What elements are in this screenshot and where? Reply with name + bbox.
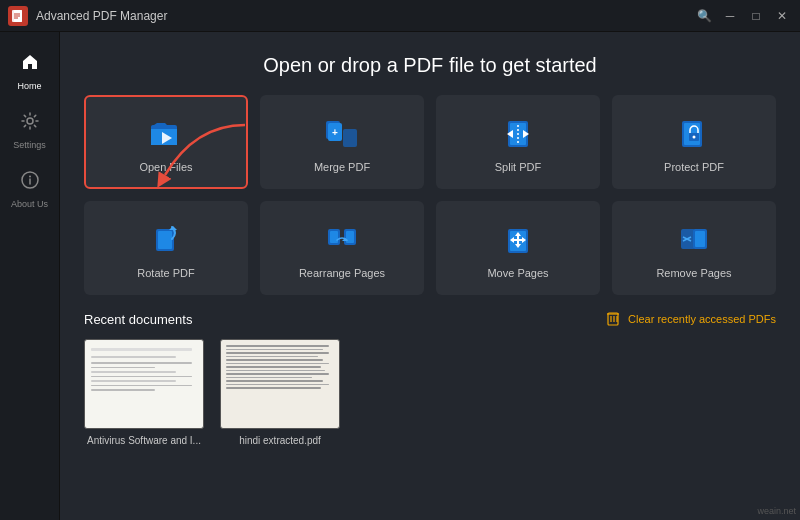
split-pdf-label: Split PDF	[495, 161, 541, 173]
doc1-thumbnail	[84, 339, 204, 429]
sidebar-about-label: About Us	[11, 199, 48, 209]
merge-pdf-label: Merge PDF	[314, 161, 370, 173]
settings-icon	[20, 111, 40, 136]
rotate-pdf-label: Rotate PDF	[137, 267, 194, 279]
clear-icon	[606, 311, 622, 327]
svg-text:+: +	[332, 127, 338, 138]
watermark: weain.net	[757, 506, 796, 516]
merge-pdf-card[interactable]: + Merge PDF	[260, 95, 424, 189]
sidebar-item-home[interactable]: Home	[0, 42, 59, 101]
home-icon	[20, 52, 40, 77]
close-button[interactable]: ✕	[772, 6, 792, 26]
svg-point-8	[29, 176, 31, 178]
doc2-thumbnail	[220, 339, 340, 429]
info-icon	[20, 170, 40, 195]
title-bar: Advanced PDF Manager 🔍 ─ □ ✕	[0, 0, 800, 32]
app-icon	[8, 6, 28, 26]
split-pdf-card[interactable]: Split PDF	[436, 95, 600, 189]
move-pages-icon	[499, 221, 537, 259]
rearrange-pages-card[interactable]: Rearrange Pages	[260, 201, 424, 295]
app-body: Home Settings About Us	[0, 32, 800, 520]
protect-pdf-icon	[675, 115, 713, 153]
svg-rect-41	[695, 231, 705, 247]
minimize-button[interactable]: ─	[720, 6, 740, 26]
svg-point-24	[693, 136, 696, 139]
recent-section: Recent documents Clear recently accessed…	[60, 311, 800, 520]
sidebar: Home Settings About Us	[0, 32, 60, 520]
merge-pdf-icon: +	[323, 115, 361, 153]
action-grid: Open Files + Merge PDF	[60, 95, 800, 295]
search-button[interactable]: 🔍	[694, 6, 714, 26]
remove-pages-label: Remove Pages	[656, 267, 731, 279]
clear-recent-button[interactable]: Clear recently accessed PDFs	[606, 311, 776, 327]
svg-rect-30	[330, 231, 338, 243]
hero-title: Open or drop a PDF file to get started	[60, 32, 800, 95]
svg-point-5	[27, 118, 33, 124]
open-files-label: Open Files	[139, 161, 192, 173]
recent-doc-1[interactable]: Antivirus Software and I...	[84, 339, 204, 446]
open-files-icon	[147, 115, 185, 153]
protect-pdf-card[interactable]: Protect PDF	[612, 95, 776, 189]
recent-title: Recent documents	[84, 312, 192, 327]
split-pdf-icon	[499, 115, 537, 153]
rotate-pdf-card[interactable]: Rotate PDF	[84, 201, 248, 295]
maximize-button[interactable]: □	[746, 6, 766, 26]
recent-header: Recent documents Clear recently accessed…	[84, 311, 776, 327]
remove-pages-icon	[675, 221, 713, 259]
protect-pdf-label: Protect PDF	[664, 161, 724, 173]
move-pages-label: Move Pages	[487, 267, 548, 279]
sidebar-home-label: Home	[17, 81, 41, 91]
recent-doc-2[interactable]: hindi extracted.pdf	[220, 339, 340, 446]
window-controls[interactable]: 🔍 ─ □ ✕	[694, 6, 792, 26]
rotate-pdf-icon	[147, 221, 185, 259]
svg-rect-15	[343, 129, 357, 147]
svg-rect-31	[346, 231, 354, 243]
open-files-card[interactable]: Open Files	[84, 95, 248, 189]
sidebar-item-settings[interactable]: Settings	[0, 101, 59, 160]
svg-rect-26	[158, 231, 172, 249]
svg-marker-27	[169, 226, 177, 230]
move-pages-card[interactable]: Move Pages	[436, 201, 600, 295]
main-content: Open or drop a PDF file to get started O…	[60, 32, 800, 520]
rearrange-pages-icon	[323, 221, 361, 259]
doc2-title: hindi extracted.pdf	[239, 435, 321, 446]
app-title: Advanced PDF Manager	[36, 9, 694, 23]
recent-docs-list: Antivirus Software and I...	[84, 339, 776, 446]
rearrange-pages-label: Rearrange Pages	[299, 267, 385, 279]
remove-pages-card[interactable]: Remove Pages	[612, 201, 776, 295]
sidebar-item-about[interactable]: About Us	[0, 160, 59, 219]
clear-recent-label: Clear recently accessed PDFs	[628, 313, 776, 325]
sidebar-settings-label: Settings	[13, 140, 46, 150]
doc1-title: Antivirus Software and I...	[87, 435, 201, 446]
